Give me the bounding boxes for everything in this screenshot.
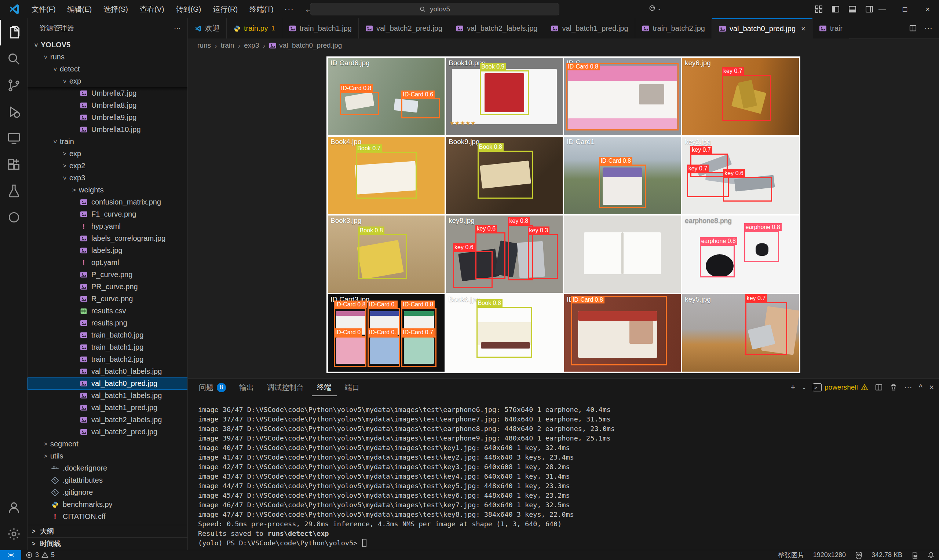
tree-item-train[interactable]: >train — [28, 135, 188, 148]
tab-train_batch1.jpg[interactable]: train_batch1.jpg — [282, 18, 359, 38]
terminal-output[interactable]: image 36/47 D:\VSCode\code\Python\yolov5… — [198, 405, 928, 548]
tree-item-benchmarks.py[interactable]: benchmarks.py — [28, 498, 188, 511]
tree-item-confusion_matrix.png[interactable]: confusion_matrix.png — [28, 196, 188, 208]
tree-item-train_batch1.jpg[interactable]: train_batch1.jpg — [28, 341, 188, 353]
menu-编辑(E)[interactable]: 编辑(E) — [62, 0, 98, 18]
panel-tab-调试控制台[interactable]: 调试控制台 — [262, 378, 309, 396]
testing-icon[interactable] — [0, 178, 28, 204]
tree-item-exp2[interactable]: >exp2 — [28, 160, 188, 172]
explorer-icon[interactable] — [0, 20, 28, 45]
tree-item-.dockerignore[interactable]: .dockerignore — [28, 462, 188, 474]
tab-train.py[interactable]: train.py1 — [227, 18, 282, 38]
menu-more-button[interactable]: ··· — [279, 5, 299, 13]
tree-item-F1_curve.png[interactable]: F1_curve.png — [28, 208, 188, 220]
panel-tab-输出[interactable]: 输出 — [234, 378, 259, 396]
tab-trair[interactable]: trair — [813, 18, 849, 38]
panel-close-button[interactable]: × — [929, 383, 934, 392]
tab-close-icon[interactable]: × — [801, 25, 805, 33]
remote-indicator[interactable]: >< — [0, 550, 21, 560]
tree-item-Umbrella9.jpg[interactable]: Umbrella9.jpg — [28, 111, 188, 123]
menu-终端(T)[interactable]: 终端(T) — [244, 0, 279, 18]
tab-train_batch2.jpg[interactable]: train_batch2.jpg — [635, 18, 712, 38]
settings-icon[interactable] — [0, 521, 28, 547]
command-center-search[interactable]: yolov5 — [310, 3, 560, 15]
editor-more-button[interactable]: ··· — [924, 23, 933, 33]
tree-item-PR_curve.png[interactable]: PR_curve.png — [28, 281, 188, 293]
panel-tab-终端[interactable]: 终端 — [312, 378, 337, 396]
timeline-section[interactable]: > 时间线 — [28, 537, 188, 550]
image-zoom-status[interactable]: 整张图片 — [774, 550, 809, 560]
tree-item-val_batch2_pred.jpg[interactable]: val_batch2_pred.jpg — [28, 426, 188, 438]
breadcrumb-val_batch0_pred.jpg[interactable]: val_batch0_pred.jpg — [269, 42, 342, 49]
split-terminal-icon[interactable] — [875, 383, 883, 391]
tree-item-labels_correlogram.jpg[interactable]: labels_correlogram.jpg — [28, 232, 188, 245]
source-control-icon[interactable] — [0, 72, 28, 98]
tree-item-exp[interactable]: >exp — [28, 75, 188, 87]
tree-item-train_batch2.jpg[interactable]: train_batch2.jpg — [28, 353, 188, 365]
tree-item-Umbrella8.jpg[interactable]: Umbrella8.jpg — [28, 99, 188, 111]
outline-section[interactable]: > 大纲 — [28, 525, 188, 537]
panel-maximize-button[interactable]: ^ — [919, 383, 922, 392]
owl-icon[interactable] — [850, 550, 867, 560]
kill-terminal-icon[interactable] — [890, 383, 897, 391]
tree-item-CITATION.cff[interactable]: !CITATION.cff — [28, 511, 188, 523]
copilot-menu[interactable]: ⌄ — [649, 5, 661, 12]
run-debug-icon[interactable] — [0, 99, 28, 125]
panel-tab-问题[interactable]: 问题8 — [194, 378, 231, 396]
problems-status[interactable]: 3 5 — [21, 550, 59, 560]
breadcrumb-runs[interactable]: runs — [197, 42, 211, 49]
tree-item-detect[interactable]: >detect — [28, 63, 188, 75]
tree-item-weights[interactable]: >weights — [28, 184, 188, 196]
window-minimize-button[interactable]: — — [871, 0, 894, 18]
tree-item-Umbrella7.jpg[interactable]: Umbrella7.jpg — [28, 87, 188, 99]
terminal-dropdown-icon[interactable]: ⌄ — [802, 385, 806, 390]
tree-item-.gitignore[interactable]: .gitignore — [28, 486, 188, 498]
tab-val_batch2_pred.jpg[interactable]: val_batch2_pred.jpg — [359, 18, 449, 38]
split-editor-icon[interactable] — [909, 24, 917, 32]
tree-item-R_curve.png[interactable]: R_curve.png — [28, 293, 188, 305]
new-terminal-button[interactable]: + — [791, 383, 795, 392]
tree-item-labels.jpg[interactable]: labels.jpg — [28, 245, 188, 257]
notifications-bell-icon[interactable] — [923, 550, 939, 560]
panel-tab-端口[interactable]: 端口 — [340, 378, 365, 396]
extensions-icon[interactable] — [0, 152, 28, 177]
tree-item-results.png[interactable]: results.png — [28, 317, 188, 329]
tab-val_batch0_pred.jpg[interactable]: val_batch0_pred.jpg× — [712, 18, 813, 38]
tree-item-opt.yaml[interactable]: !opt.yaml — [28, 257, 188, 269]
terminal-prompt[interactable]: (yolo) PS D:\VSCode\code\Python\yolov5> — [198, 538, 928, 548]
window-maximize-button[interactable]: □ — [894, 0, 916, 18]
tree-item-results.csv[interactable]: results.csv — [28, 305, 188, 317]
tab-val_batch1_pred.jpg[interactable]: val_batch1_pred.jpg — [544, 18, 635, 38]
menu-转到(G)[interactable]: 转到(G) — [170, 0, 207, 18]
sidebar-more-button[interactable]: ··· — [174, 24, 181, 32]
account-icon[interactable] — [0, 495, 28, 520]
tree-item-runs[interactable]: >runs — [28, 51, 188, 63]
tree-item-YOLOV5[interactable]: >YOLOV5 — [28, 39, 188, 51]
tree-item-val_batch1_pred.jpg[interactable]: val_batch1_pred.jpg — [28, 402, 188, 414]
terminal-tab-powershell[interactable]: >_ powershell — [813, 383, 868, 391]
image-preview-val-batch0-pred[interactable]: ID-Card 0.8ID-Card 0.6ID Card6.jpg★★★★★B… — [327, 57, 800, 373]
tree-item-.gitattributes[interactable]: .gitattributes — [28, 474, 188, 486]
menu-运行(R)[interactable]: 运行(R) — [207, 0, 244, 18]
customize-layout-icon[interactable] — [814, 5, 823, 14]
menu-选择(S)[interactable]: 选择(S) — [97, 0, 134, 18]
toggle-panel-icon[interactable] — [848, 5, 857, 14]
tree-item-Umbrella10.jpg[interactable]: Umbrella10.jpg — [28, 123, 188, 135]
panel-more-button[interactable]: ··· — [904, 383, 912, 392]
menu-文件(F)[interactable]: 文件(F) — [26, 0, 62, 18]
tree-item-val_batch1_labels.jpg[interactable]: val_batch1_labels.jpg — [28, 389, 188, 402]
tree-item-exp3[interactable]: >exp3 — [28, 172, 188, 184]
window-close-button[interactable]: × — [916, 0, 939, 18]
search-icon[interactable] — [0, 46, 28, 72]
image-dimensions-status[interactable]: 1920x1280 — [809, 550, 850, 560]
toggle-sidebar-icon[interactable] — [831, 5, 840, 14]
tree-item-hyp.yaml[interactable]: !hyp.yaml — [28, 220, 188, 232]
breadcrumb-train[interactable]: train — [221, 42, 234, 49]
tab-欢迎[interactable]: 欢迎 — [188, 18, 227, 38]
tree-item-train_batch0.jpg[interactable]: train_batch0.jpg — [28, 329, 188, 341]
tree-item-P_curve.png[interactable]: P_curve.png — [28, 269, 188, 281]
image-file-icon[interactable] — [907, 550, 923, 560]
menu-查看(V)[interactable]: 查看(V) — [134, 0, 170, 18]
tab-val_batch2_labels.jpg[interactable]: val_batch2_labels.jpg — [449, 18, 544, 38]
file-size-status[interactable]: 342.78 KB — [867, 550, 907, 560]
